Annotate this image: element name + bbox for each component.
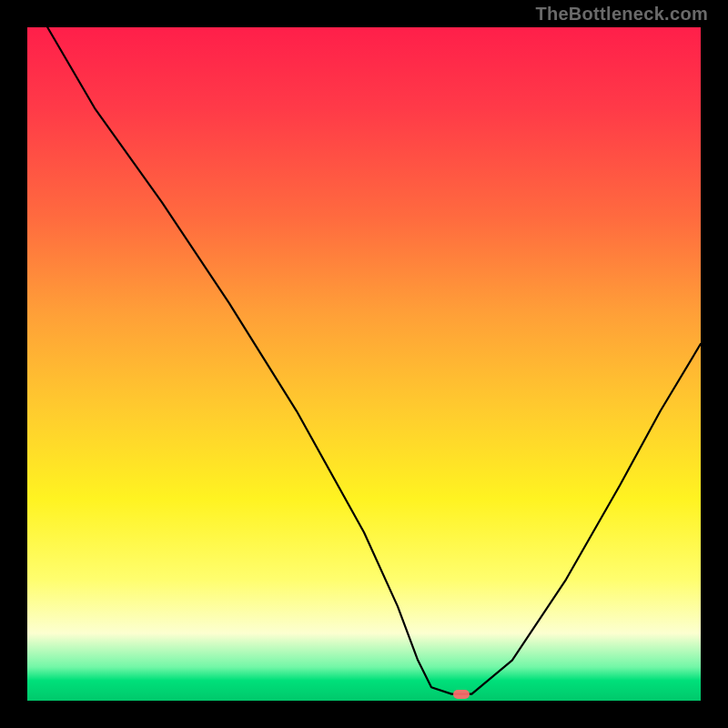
bottleneck-curve (27, 27, 701, 701)
attribution-text: TheBottleneck.com (535, 4, 708, 25)
curve-path (47, 27, 701, 694)
plot-area (27, 27, 701, 701)
chart-frame: TheBottleneck.com (0, 0, 728, 728)
optimum-marker (453, 690, 470, 699)
